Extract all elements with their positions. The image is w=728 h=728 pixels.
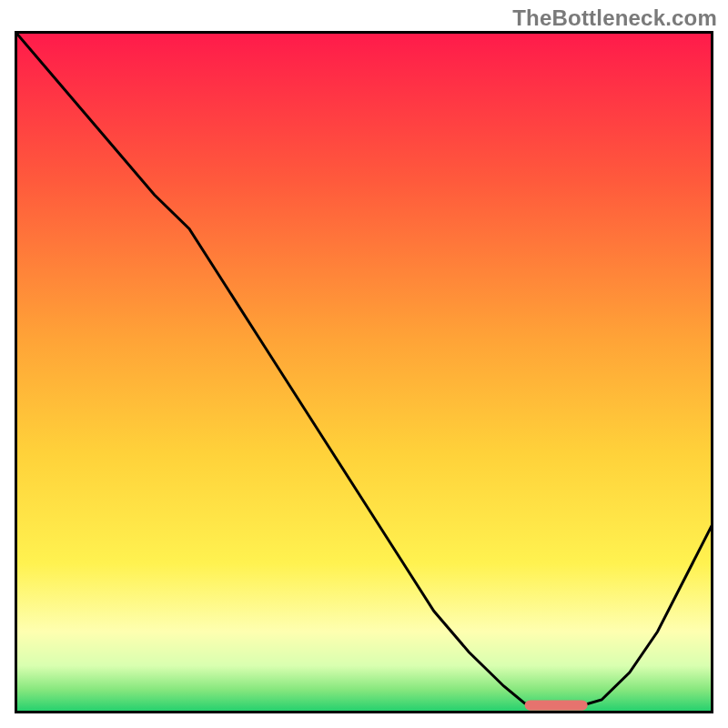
gradient-background xyxy=(15,31,713,713)
watermark-text: TheBottleneck.com xyxy=(512,5,717,31)
optimal-range-marker xyxy=(525,700,588,710)
chart-stage: TheBottleneck.com xyxy=(0,0,728,728)
plot-area xyxy=(15,31,713,713)
chart-svg xyxy=(15,31,713,713)
